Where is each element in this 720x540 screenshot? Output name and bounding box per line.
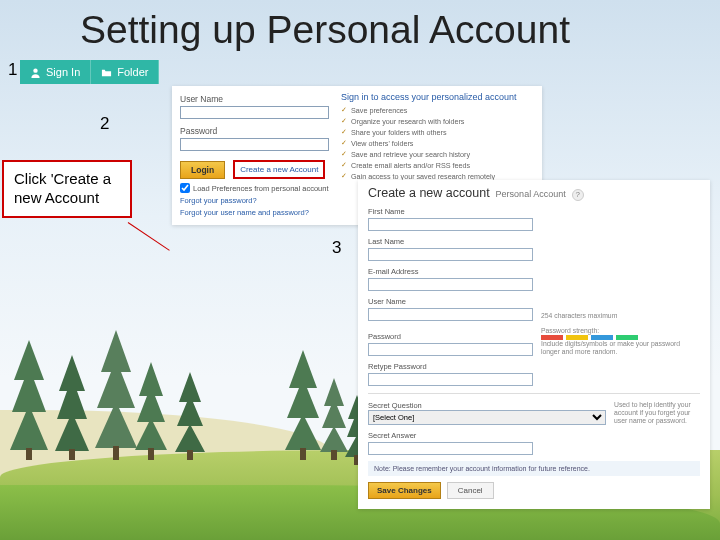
svg-point-16 <box>33 68 37 72</box>
secret-answer-input[interactable] <box>368 442 533 455</box>
benefit-item: Save and retrieve your search history <box>341 150 534 159</box>
secret-answer-label: Secret Answer <box>368 431 700 440</box>
folder-button[interactable]: Folder <box>91 60 159 84</box>
svg-marker-10 <box>285 350 321 450</box>
secret-question-note: Used to help identify your account if yo… <box>614 401 700 425</box>
tree-icon <box>175 372 205 460</box>
email-input[interactable] <box>368 278 533 291</box>
svg-marker-2 <box>55 355 89 451</box>
folder-icon <box>101 67 112 78</box>
signin-label: Sign In <box>46 66 80 78</box>
svg-marker-12 <box>320 378 348 452</box>
tree-icon <box>135 362 167 460</box>
lastname-input[interactable] <box>368 248 533 261</box>
svg-marker-6 <box>135 362 167 450</box>
lastname-label: Last Name <box>368 237 700 246</box>
info-note: Note: Please remember your account infor… <box>368 461 700 476</box>
password-label: Password <box>180 126 329 136</box>
callout-box: Click 'Create a new Account <box>2 160 132 218</box>
create-account-link[interactable]: Create a new Account <box>233 160 325 179</box>
benefit-item: Organize your research with folders <box>341 117 534 126</box>
svg-marker-4 <box>95 330 137 448</box>
login-button[interactable]: Login <box>180 161 225 179</box>
top-toolbar: Sign In Folder <box>20 60 159 84</box>
retype-label: Retype Password <box>368 362 700 371</box>
password2-label: Password <box>368 332 533 341</box>
save-changes-button[interactable]: Save Changes <box>368 482 441 499</box>
create-heading: Create a new account <box>368 186 490 200</box>
forgot-password-link[interactable]: Forgot your password? <box>180 196 329 205</box>
password2-input[interactable] <box>368 343 533 356</box>
step-number-1: 1 <box>8 60 17 80</box>
help-icon[interactable]: ? <box>572 189 584 201</box>
password-input[interactable] <box>180 138 329 151</box>
tree-icon <box>285 350 321 460</box>
tree-icon <box>55 355 89 460</box>
user-icon <box>30 67 41 78</box>
retype-input[interactable] <box>368 373 533 386</box>
benefit-item: Save preferences <box>341 106 534 115</box>
signin-button[interactable]: Sign In <box>20 60 91 84</box>
create-subheading: Personal Account <box>496 189 566 199</box>
tree-icon <box>95 330 137 460</box>
tree-icon <box>320 378 348 460</box>
firstname-input[interactable] <box>368 218 533 231</box>
cancel-button[interactable]: Cancel <box>447 482 494 499</box>
load-prefs-checkbox[interactable] <box>180 183 190 193</box>
firstname-label: First Name <box>368 207 700 216</box>
step-number-3: 3 <box>332 238 341 258</box>
username-label: User Name <box>180 94 329 104</box>
username2-label: User Name <box>368 297 533 306</box>
email-label: E-mail Address <box>368 267 700 276</box>
benefit-item: Create email alerts and/or RSS feeds <box>341 161 534 170</box>
tree-icon <box>10 340 48 460</box>
svg-rect-3 <box>69 449 75 460</box>
page-title: Setting up Personal Account <box>80 8 570 52</box>
svg-marker-8 <box>175 372 205 452</box>
username2-input[interactable] <box>368 308 533 321</box>
callout-connector <box>128 222 170 251</box>
step-number-2: 2 <box>100 114 109 134</box>
svg-rect-7 <box>148 448 154 460</box>
svg-rect-13 <box>331 450 337 460</box>
benefit-item: View others' folders <box>341 139 534 148</box>
svg-marker-0 <box>10 340 48 450</box>
svg-rect-1 <box>26 448 32 460</box>
forgot-both-link[interactable]: Forgot your user name and password? <box>180 208 329 217</box>
strength-label: Password strength: <box>541 327 599 334</box>
folder-label: Folder <box>117 66 148 78</box>
secret-question-select[interactable]: [Select One] <box>368 410 606 425</box>
benefit-item: Share your folders with others <box>341 128 534 137</box>
load-prefs-label: Load Preferences from personal account <box>193 184 329 193</box>
benefits-heading: Sign in to access your personalized acco… <box>341 92 534 102</box>
secret-question-label: Secret Question <box>368 401 606 410</box>
svg-rect-11 <box>300 448 306 460</box>
password-note: Include digits/symbols or make your pass… <box>541 340 680 355</box>
create-account-panel: Create a new account Personal Account ? … <box>358 180 710 509</box>
username-input[interactable] <box>180 106 329 119</box>
benefits-list: Save preferences Organize your research … <box>341 106 534 181</box>
svg-rect-5 <box>113 446 119 460</box>
svg-rect-9 <box>187 450 193 460</box>
username-note: 254 characters maximum <box>541 312 700 320</box>
